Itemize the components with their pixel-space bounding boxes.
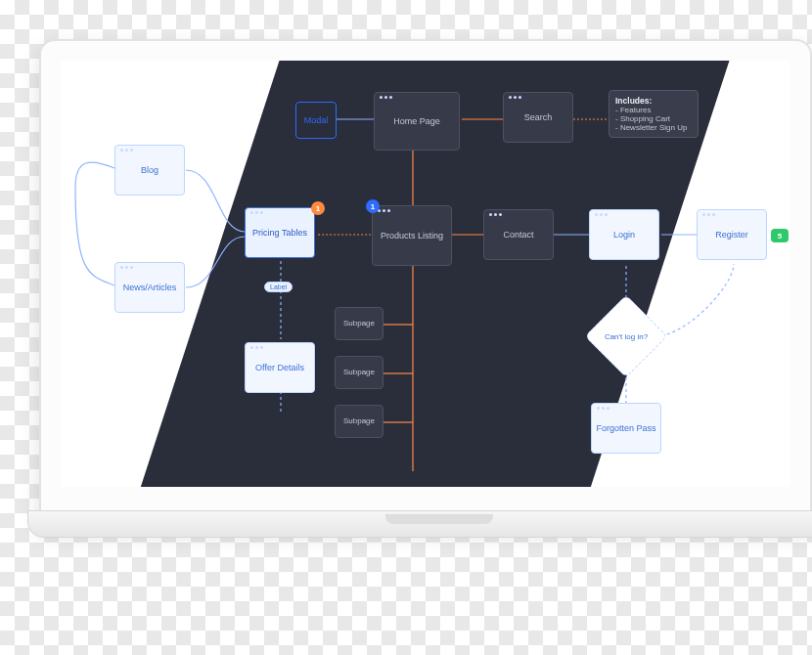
sitemap-canvas[interactable]: Modal Home Page Search Includes: - Featu… [61,61,790,487]
node-label: News/Articles [123,283,177,292]
node-products-listing[interactable]: Products Listing [372,205,452,266]
node-label: Pricing Tables [252,228,307,238]
badge-value: 1 [371,202,375,211]
node-label: Subpage [343,319,375,328]
note-title: Includes: [615,96,652,106]
laptop-mockup: Modal Home Page Search Includes: - Featu… [39,39,812,528]
note-item: - Shopping Cart [615,114,670,123]
note-item: - Newsletter Sign Up [615,123,687,132]
node-home-page[interactable]: Home Page [374,92,460,151]
badge-products: 1 [366,199,380,213]
node-subpage-1[interactable]: Subpage [335,307,383,340]
node-news-articles[interactable]: News/Articles [114,262,185,313]
node-register[interactable]: Register [697,209,767,260]
node-subpage-2[interactable]: Subpage [335,356,383,389]
screen: Modal Home Page Search Includes: - Featu… [61,61,790,487]
node-blog[interactable]: Blog [114,145,185,196]
badge-value: 5 [778,232,782,240]
node-label: Home Page [393,116,440,126]
label-pill[interactable]: Label [264,282,293,292]
node-label: Subpage [343,368,375,376]
node-label: Offer Details [255,363,304,372]
node-offer-details[interactable]: Offer Details [245,342,315,393]
node-pricing-tables[interactable]: Pricing Tables [245,207,315,258]
note-item: - Features [615,106,651,114]
node-search[interactable]: Search [503,92,573,143]
node-label: Blog [141,165,158,175]
badge-register: 5 [771,229,789,242]
label-text: Label [270,284,287,290]
node-label: Search [524,112,553,122]
node-label: Products Listing [381,231,443,240]
badge-value: 1 [316,204,320,213]
node-login[interactable]: Login [589,209,659,260]
node-subpage-3[interactable]: Subpage [335,405,383,438]
laptop-base [27,510,812,538]
node-label: Login [613,230,635,240]
node-label: Forgotten Pass [596,423,655,433]
node-label: Contact [503,230,533,240]
node-label: Modal [304,115,329,125]
node-label: Register [715,230,748,240]
node-contact[interactable]: Contact [483,209,554,260]
node-modal[interactable]: Modal [295,102,337,139]
badge-pricing: 1 [311,201,325,215]
includes-note[interactable]: Includes: - Features - Shopping Cart - N… [609,90,699,138]
node-forgotten-pass[interactable]: Forgotten Pass [591,403,661,454]
decision-label: Can't log in? [598,308,654,365]
node-label: Subpage [343,416,375,425]
